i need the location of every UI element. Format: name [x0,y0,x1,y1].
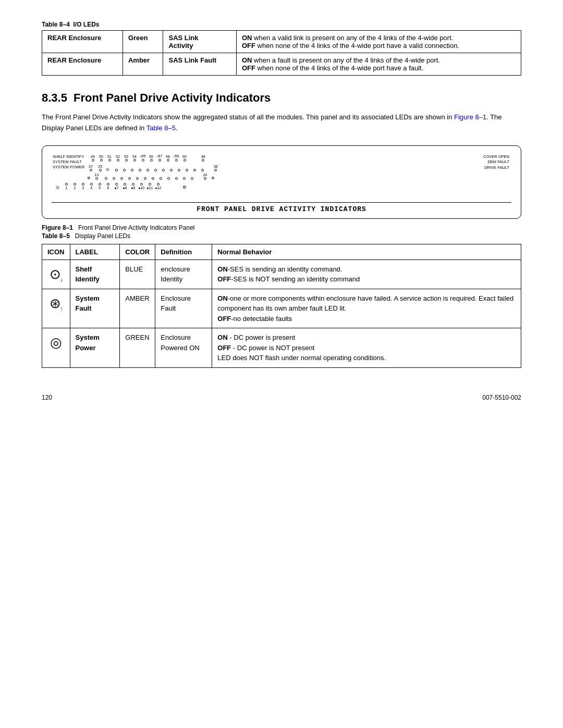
table85-header-row: ICON LABEL COLOR Definition Normal Behav… [42,244,521,260]
table85-caption: Table 8–5 Display Panel LEDs [42,232,521,240]
row3-behavior-cell: ON - DC power is present OFF - DC power … [212,328,521,368]
col-icon: ICON [42,244,70,260]
n5: 5 [96,182,103,190]
table-row: REAR Enclosure Amber SAS Link Fault ON w… [42,53,521,76]
row2-col2: Amber [123,53,163,76]
n24: 24 [201,173,209,180]
n53: 53 [123,155,130,162]
row2-definition: Enclosure Fault [161,294,191,313]
behavior-header: Normal Behavior [217,248,272,256]
n52: 52 [114,155,121,162]
row1-col3: SAS LinkActivity [163,31,237,53]
row13: ⊛ 13 24 ⊛ [87,173,215,180]
diagram: SHELF IDENTIFY SYSTEM FAULT SYSTEM POWER… [52,153,511,199]
section-heading: 8.3.5 Front Panel Drive Activity Indicat… [42,91,521,105]
n11: ●11 [146,182,153,190]
col-definition: Definition [155,244,212,260]
col-color: COLOR [120,244,155,260]
row2-behavior-cell: ON-one or more components within enclosu… [212,289,521,328]
icon-fault: ⊛ [87,176,91,180]
row3-color: GREEN [125,334,149,341]
figure-caption-text: Front Panel Drive Activity Indicators Pa… [78,224,194,231]
figure-link[interactable]: Figure 8–1 [454,113,486,121]
row1-def-cell: enclosure Identity [155,260,212,289]
table-row: ⊙i Shelf Identify BLUE enclosure Identit… [42,260,521,289]
table84-label-num: Table 8–4 [42,21,70,28]
figure-caption-bold: Figure 8–1 [42,224,73,231]
section-title: Front Panel Drive Activity Indicators [74,91,271,104]
figure-caption: Figure 8–1 Front Panel Drive Activity In… [42,224,521,231]
shelf-identify-label: SHELF IDENTIFY [53,154,84,159]
n12: ●12 [154,182,162,190]
n4: 4 [88,182,95,190]
row2-col4: ON when a fault is present on any of the… [237,53,521,76]
n48: 48 [200,155,207,162]
n2: 2 [71,182,78,190]
left-labels: SHELF IDENTIFY SYSTEM FAULT SYSTEM POWER [53,154,84,170]
n6: 6 [104,182,112,190]
row3-label: System Power [76,334,100,352]
row1-behavior-cell: ON-SES is sending an identity command. O… [212,260,521,289]
table85-label: Table 8–5 [42,232,70,240]
row1-col2: Green [123,31,163,53]
mid-icon: ⊙ [106,167,109,172]
n9: ●9 [129,182,137,190]
page-number: 120 [42,394,52,401]
row2-label: System Fault [76,294,100,313]
n25: 25 [96,165,104,172]
label-header: LABEL [76,248,98,256]
row3-label-cell: System Power [70,328,120,368]
n59: ₀59 [173,154,180,162]
row2-color: AMBER [125,294,149,302]
n57: ₀57 [156,154,163,162]
n10: ●10 [138,182,145,190]
table-link[interactable]: Table 8–5 [146,124,176,132]
system-power-label: SYSTEM POWER [53,165,84,170]
row1-col1: REAR Enclosure [42,31,123,53]
figure-panel: SHELF IDENTIFY SYSTEM FAULT SYSTEM POWER… [42,145,521,219]
definition-header: Definition [161,248,192,256]
icon-power: ◎ [56,185,59,190]
bottom-numbers-row: ◎ 1 2 3 4 5 6 ●7 ●8 ●9 ●10 ●11 ●12 ⊛ [56,182,187,190]
row3-color-cell: GREEN [120,328,155,368]
row2-color-cell: AMBER [120,289,155,328]
table84-label: Table 8–4 I/O LEDs [42,21,521,28]
top-numbers-row: 49 50 51 52 53 54 ₀55 56 ₀57 58 ₀59 60 4… [89,154,207,162]
icon-bottom-right: ⊛ [182,184,187,190]
icon-drive: ⊛ [211,176,215,180]
n7: ●7 [113,182,120,190]
n36: 36 [212,165,219,172]
row1-label: Shelf Identify [76,265,100,283]
row1-icon-cell: ⊙i [42,260,70,289]
n13: 13 [93,173,100,180]
mid-numbers-row: 37 25 ⊙ 36 [87,165,219,172]
table84-label-desc: I/O LEDs [73,21,99,28]
n37: 37 [87,165,94,172]
n49: 49 [89,155,96,162]
cover-open-label: COVER OPEN [483,154,509,160]
table-row: ◎ System Power GREEN EnclosurePowered ON… [42,328,521,368]
page-footer: 120 007-5510-002 [42,394,521,401]
panel-title: FRONT PANEL DRIVE ACTIVITY INDICATORS [52,202,511,213]
row1-col4: ON when a valid link is present on any o… [237,31,521,53]
drive-fault-label: DRIVE FAULT [483,165,509,171]
row2-col1: REAR Enclosure [42,53,123,76]
row3-def-cell: EnclosurePowered ON [155,328,212,368]
n55: ₀55 [139,154,146,162]
system-fault-label: SYSTEM FAULT [53,159,84,165]
row1-color-cell: BLUE [120,260,155,289]
right-labels: COVER OPEN DEM FAULT DRIVE FAULT [483,154,509,171]
section-number: 8.3.5 [42,91,67,104]
table84: REAR Enclosure Green SAS LinkActivity ON… [42,30,521,76]
row2-icon-cell: ⊛! [42,289,70,328]
row2-def-cell: Enclosure Fault [155,289,212,328]
table-row: REAR Enclosure Green SAS LinkActivity ON… [42,31,521,53]
doc-number: 007-5510-002 [482,394,521,401]
n54: 54 [131,155,138,162]
row1-label-cell: Shelf Identify [70,260,120,289]
table-row: ⊛! System Fault AMBER Enclosure Fault ON… [42,289,521,328]
row2-col3: SAS Link Fault [163,53,237,76]
n58: 58 [164,155,172,162]
row1-definition: enclosure Identity [161,265,190,283]
n51: 51 [106,155,113,162]
